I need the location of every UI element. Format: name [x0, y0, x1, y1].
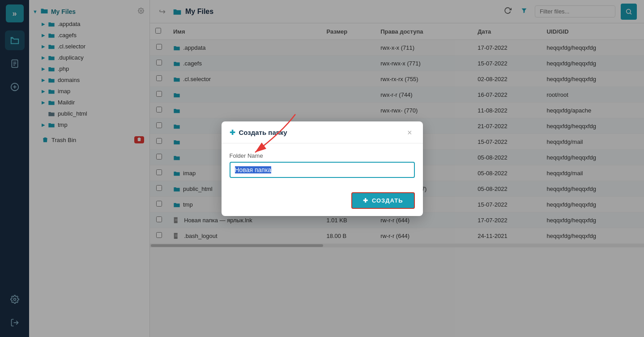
modal-plus-icon: ✚: [230, 129, 235, 137]
modal-title-text: Создать папку: [239, 129, 287, 136]
modal-title: ✚ Создать папку: [230, 129, 287, 137]
modal-overlay[interactable]: ✚ Создать папку × Folder Name ✚ СОЗДАТЬ: [0, 0, 644, 337]
modal-body: Folder Name: [222, 143, 423, 187]
modal-close-button[interactable]: ×: [405, 128, 415, 138]
create-folder-button[interactable]: ✚ СОЗДАТЬ: [351, 192, 415, 209]
modal-header: ✚ Создать папку ×: [222, 121, 423, 143]
create-folder-modal: ✚ Создать папку × Folder Name ✚ СОЗДАТЬ: [222, 121, 423, 216]
create-plus-icon: ✚: [363, 197, 368, 204]
create-button-label: СОЗДАТЬ: [372, 197, 403, 204]
modal-footer: ✚ СОЗДАТЬ: [222, 187, 423, 216]
folder-name-label: Folder Name: [230, 152, 415, 159]
folder-name-input[interactable]: [230, 162, 415, 178]
